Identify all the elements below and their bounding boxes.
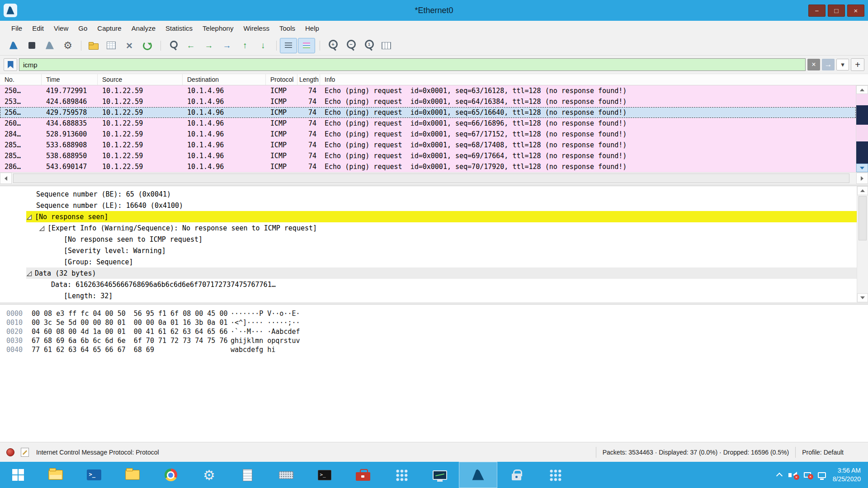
packet-row[interactable]: 286… 543.690147 10.1.22.59 10.1.4.96 ICM… [0,161,856,172]
reload-file-button[interactable] [139,38,156,53]
zoom-out-button[interactable] [341,38,359,53]
menu-item[interactable]: Wireless [238,21,274,36]
packet-row[interactable]: 253… 424.689846 10.1.22.59 10.1.4.96 ICM… [0,96,856,107]
detail-line[interactable]: Sequence number (BE): 65 (0x0041) [0,188,857,200]
details-scroll-down-button[interactable] [857,293,868,302]
previous-packet-button[interactable] [236,38,254,53]
detail-line[interactable]: Data (32 bytes) [0,267,857,279]
packet-row[interactable]: 250… 419.772991 10.1.22.59 10.1.4.96 ICM… [0,85,856,96]
hscroll-track[interactable] [12,173,856,184]
filter-apply-button[interactable]: → [822,59,835,70]
scroll-right-button[interactable] [856,173,868,184]
settings-taskbar-button[interactable] [190,462,228,488]
menu-item[interactable]: Help [300,21,324,36]
horizontal-scrollbar[interactable] [0,172,868,184]
display-icon[interactable] [818,472,826,478]
hex-row[interactable]: 0030 67 68 69 6a 6b 6c 6d 6e 6f 70 71 72… [6,336,868,345]
powershell-taskbar-button[interactable] [75,462,113,488]
cmd-taskbar-button[interactable] [305,462,344,488]
colorize-button[interactable] [298,38,315,53]
scroll-down-button[interactable] [856,164,868,172]
wireshark-taskbar-button[interactable] [459,462,497,488]
next-packet-button[interactable] [255,38,272,53]
chrome-taskbar-button[interactable] [151,462,190,488]
detail-line[interactable]: Data: 6162636465666768696a6b6c6d6e6f7071… [0,279,857,290]
notepad-taskbar-button[interactable] [228,462,267,488]
hex-row[interactable]: 0010 00 3c 5e 5d 00 00 80 01 00 00 0a 01… [6,318,868,327]
details-scroll-track[interactable] [857,195,868,293]
column-header[interactable]: Source [98,74,183,85]
menu-item[interactable]: Go [73,21,92,36]
column-header[interactable]: Time [42,74,98,85]
filter-dropdown-button[interactable]: ▾ [836,59,849,70]
detail-line[interactable]: [No response seen] [0,211,857,222]
toolbox-taskbar-button[interactable] [344,462,382,488]
column-header[interactable]: Length [297,74,320,85]
close-button[interactable]: × [847,5,864,17]
stop-capture-button[interactable] [23,38,40,53]
zoom-reset-button[interactable] [359,38,377,53]
packet-row[interactable]: 284… 528.913600 10.1.22.59 10.1.4.96 ICM… [0,129,856,140]
maximize-button[interactable]: □ [828,5,845,17]
hex-row[interactable]: 0040 77 61 62 63 64 65 66 67 68 69 wabcd… [6,345,868,354]
hex-row[interactable]: 0000 00 08 e3 ff fc 04 00 50 56 95 f1 6f… [6,309,868,318]
go-back-button[interactable] [182,38,199,53]
find-packet-button[interactable] [164,38,181,53]
column-header[interactable]: Info [320,74,868,85]
menu-item[interactable]: Analyze [127,21,160,36]
column-header[interactable]: No. [0,74,42,85]
folder-taskbar-button[interactable] [113,462,151,488]
detail-line[interactable]: [Severity level: Warning] [0,245,857,256]
details-scrollbar[interactable] [857,186,868,302]
filter-clear-button[interactable]: × [807,59,820,70]
menu-item[interactable]: Telephony [198,21,238,36]
detail-line[interactable]: [Expert Info (Warning/Sequence): No resp… [0,222,857,234]
menu-item[interactable]: Edit [27,21,49,36]
detail-line[interactable]: [No response seen to ICMP request] [0,234,857,245]
go-to-packet-button[interactable] [218,38,236,53]
open-file-button[interactable] [85,38,102,53]
packet-row[interactable]: 285… 538.688950 10.1.22.59 10.1.4.96 ICM… [0,150,856,161]
volume-muted-icon[interactable] [788,472,797,478]
expander-icon[interactable] [26,214,32,220]
expert-info-icon[interactable] [6,448,14,456]
go-forward-button[interactable] [200,38,217,53]
menu-item[interactable]: Statistics [160,21,198,36]
menu-item[interactable]: File [6,21,27,36]
devices-taskbar-button[interactable] [267,462,305,488]
filter-add-button[interactable]: + [851,58,864,71]
start-button[interactable] [0,462,36,488]
capture-comment-icon[interactable] [21,448,29,457]
perfmon-taskbar-button[interactable] [420,462,459,488]
detail-line[interactable]: [Length: 32] [0,290,857,301]
file-explorer-taskbar-button[interactable] [36,462,75,488]
app-grid-taskbar-button[interactable] [382,462,420,488]
menu-item[interactable]: Capture [92,21,126,36]
lock-taskbar-button[interactable] [497,462,536,488]
detail-line[interactable]: [Group: Sequence] [0,256,857,267]
menu-item[interactable]: Tools [274,21,300,36]
details-scroll-thumb[interactable] [859,196,867,240]
profile-selector[interactable]: Profile: Default [802,449,844,456]
taskbar-clock[interactable]: 3:56 AM 8/25/2020 [833,466,861,483]
app-grid2-taskbar-button[interactable] [536,462,574,488]
packet-minimap[interactable] [856,94,868,164]
minimize-button[interactable]: − [808,5,826,17]
resize-columns-button[interactable] [377,38,395,53]
detail-line[interactable]: Sequence number (LE): 16640 (0x4100) [0,200,857,211]
packet-list-scrollbar[interactable] [856,85,868,172]
details-scroll-up-button[interactable] [857,186,868,195]
close-file-button[interactable] [121,38,138,53]
network-error-icon[interactable] [804,472,811,478]
start-capture-button[interactable] [5,38,22,53]
scroll-left-button[interactable] [0,173,12,184]
scroll-up-button[interactable] [856,85,868,94]
zoom-in-button[interactable] [323,38,340,53]
hscroll-thumb[interactable] [13,174,849,183]
save-file-button[interactable] [103,38,120,53]
packet-row[interactable]: 285… 533.688908 10.1.22.59 10.1.4.96 ICM… [0,140,856,150]
packet-row[interactable]: 260… 434.688835 10.1.22.59 10.1.4.96 ICM… [0,118,856,129]
capture-options-button[interactable] [59,38,76,53]
menu-item[interactable]: View [49,21,73,36]
filter-bookmark-button[interactable] [4,58,17,71]
